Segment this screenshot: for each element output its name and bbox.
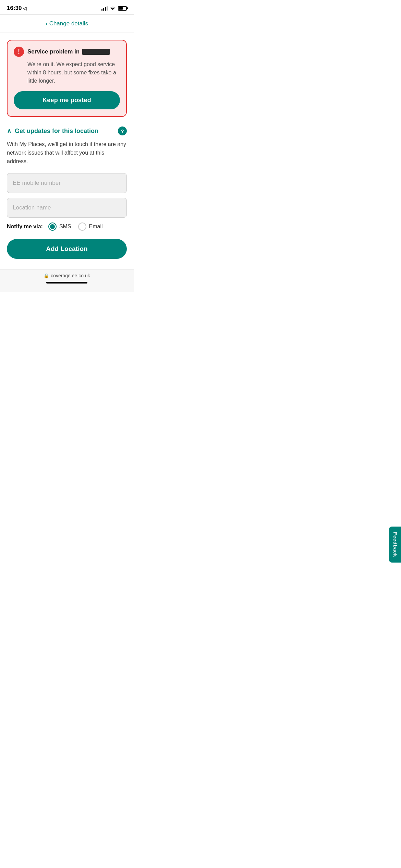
status-bar: 16:30 ◁ xyxy=(0,0,134,14)
email-radio-option[interactable]: Email xyxy=(78,222,103,231)
notify-label: Notify me via: xyxy=(7,224,43,230)
status-time: 16:30 ◁ xyxy=(7,5,26,12)
notify-row: Notify me via: SMS Email xyxy=(7,222,127,231)
location-name-input[interactable] xyxy=(7,198,127,218)
redacted-location xyxy=(82,49,110,55)
service-problem-desc: We're on it. We expect good service with… xyxy=(14,60,120,85)
change-details-label: Change details xyxy=(49,20,88,27)
wifi-icon xyxy=(110,5,116,11)
get-updates-title: Get updates for this location xyxy=(15,128,114,135)
add-location-button[interactable]: Add Location xyxy=(7,239,127,259)
get-updates-desc: With My Places, we'll get in touch if th… xyxy=(7,140,127,166)
get-updates-section: ∧ Get updates for this location ? With M… xyxy=(7,126,127,259)
battery-icon xyxy=(118,6,127,11)
sms-radio-dot xyxy=(50,224,55,229)
lock-icon: 🔒 xyxy=(44,273,49,278)
chevron-up-icon: ∧ xyxy=(7,127,11,135)
browser-url: 🔒 coverage.ee.co.uk xyxy=(7,273,127,278)
sms-radio-circle xyxy=(48,222,57,231)
home-indicator xyxy=(46,282,87,284)
radio-group: SMS Email xyxy=(48,222,103,231)
browser-url-text: coverage.ee.co.uk xyxy=(51,273,90,278)
alert-icon: ! xyxy=(14,47,24,57)
browser-bar: 🔒 coverage.ee.co.uk xyxy=(0,269,134,292)
keep-posted-button[interactable]: Keep me posted xyxy=(14,91,120,109)
sms-radio-option[interactable]: SMS xyxy=(48,222,71,231)
status-icons xyxy=(101,5,127,11)
chevron-right-icon: › xyxy=(46,21,47,26)
service-problem-card: ! Service problem in We're on it. We exp… xyxy=(7,40,127,117)
main-content: ! Service problem in We're on it. We exp… xyxy=(0,33,134,259)
email-radio-circle xyxy=(78,222,86,231)
get-updates-header: ∧ Get updates for this location ? xyxy=(7,126,127,135)
signal-icon xyxy=(101,6,108,11)
mobile-number-input[interactable] xyxy=(7,173,127,193)
sms-radio-label: SMS xyxy=(59,224,71,230)
email-radio-label: Email xyxy=(89,224,103,230)
help-icon[interactable]: ? xyxy=(118,126,127,135)
change-details-link[interactable]: › Change details xyxy=(46,20,88,27)
location-arrow-icon: ◁ xyxy=(23,6,26,11)
service-problem-header: ! Service problem in xyxy=(14,47,120,57)
change-details-bar: › Change details xyxy=(0,15,134,33)
service-problem-title: Service problem in xyxy=(27,48,110,55)
